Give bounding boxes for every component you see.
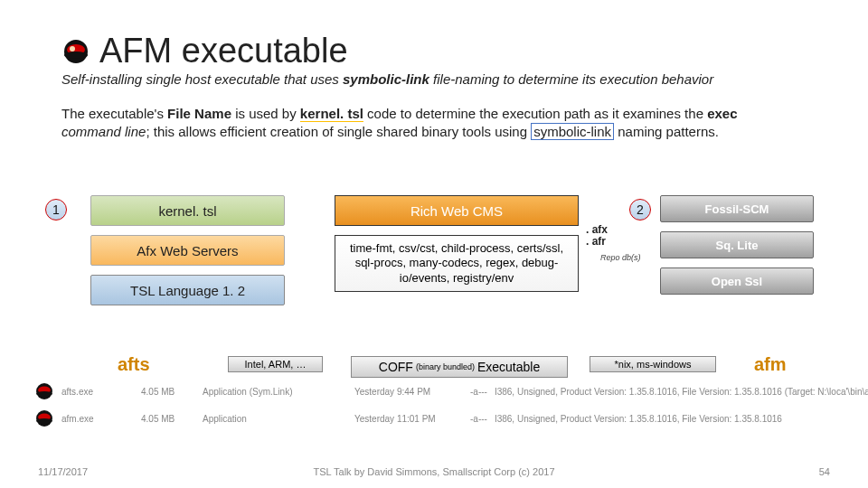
right-column: Fossil-SCM Sq. Lite Open Ssl bbox=[660, 195, 814, 304]
file-type: Application bbox=[203, 414, 347, 424]
title-row: AFM executable bbox=[0, 0, 868, 70]
badge-2: 2 bbox=[629, 199, 651, 221]
afx-afr-labels: . afx . afr bbox=[586, 224, 608, 247]
svg-point-9 bbox=[36, 418, 52, 424]
footer-date: 11/17/2017 bbox=[38, 466, 88, 477]
description: The executable's File Name is used by ke… bbox=[0, 89, 868, 142]
file-name: afts.exe bbox=[61, 387, 134, 397]
file-date: Yesterday 11:01 PM bbox=[354, 414, 463, 424]
fossil-scm-box: Fossil-SCM bbox=[660, 195, 814, 222]
nix-windows-box: *nix, ms-windows bbox=[590, 356, 716, 372]
svg-point-2 bbox=[64, 52, 88, 59]
intel-arm-box: Intel, ARM, … bbox=[228, 356, 323, 372]
red-hat-icon bbox=[34, 408, 54, 428]
svg-point-3 bbox=[70, 46, 75, 52]
afx-webservers-box: Afx Web Servers bbox=[90, 235, 285, 266]
red-hat-icon bbox=[61, 37, 90, 66]
page-title: AFM executable bbox=[99, 32, 348, 70]
file-attr: -a--- bbox=[470, 414, 487, 424]
file-size: 4.05 MB bbox=[141, 414, 195, 424]
subtitle-pre: Self-installing single host executable t… bbox=[61, 71, 343, 87]
footer: 11/17/2017 TSL Talk by David Simmons, Sm… bbox=[0, 466, 868, 477]
red-hat-icon bbox=[34, 381, 54, 401]
file-type: Application (Sym.Link) bbox=[203, 387, 347, 397]
subtitle-bold: symbolic-link bbox=[343, 71, 429, 87]
file-size: 4.05 MB bbox=[141, 387, 195, 397]
footer-attribution: TSL Talk by David Simmons, Smallscript C… bbox=[313, 466, 554, 477]
left-column: kernel. tsl Afx Web Servers TSL Language… bbox=[90, 195, 285, 314]
badge-1: 1 bbox=[45, 199, 67, 221]
file-detail: I386, Unsigned, Product Version: 1.35.8.… bbox=[495, 387, 868, 397]
openssl-box: Open Ssl bbox=[660, 267, 814, 295]
rich-web-cms-box: Rich Web CMS bbox=[335, 195, 579, 226]
subtitle: Self-installing single host executable t… bbox=[0, 70, 868, 89]
subtitle-post: file-naming to determine its execution b… bbox=[429, 71, 713, 87]
repo-db-label: Repo db(s) bbox=[600, 253, 641, 262]
file-row: afm.exe 4.05 MB Application Yesterday 11… bbox=[34, 408, 868, 428]
file-date: Yesterday 9:44 PM bbox=[354, 387, 463, 397]
kernel-tsl-box: kernel. tsl bbox=[90, 195, 285, 226]
sqlite-box: Sq. Lite bbox=[660, 231, 814, 258]
afm-label: afm bbox=[754, 354, 787, 375]
svg-point-6 bbox=[36, 391, 52, 397]
afts-label: afts bbox=[118, 354, 150, 375]
file-detail: I386, Unsigned, Product Version: 1.35.8.… bbox=[495, 414, 868, 424]
footer-page: 54 bbox=[819, 466, 830, 477]
tsl-language-box: TSL Language 1. 2 bbox=[90, 275, 285, 305]
file-row: afts.exe 4.05 MB Application (Sym.Link) … bbox=[34, 381, 868, 401]
features-box: time-fmt, csv/cst, child-process, certs/… bbox=[335, 235, 579, 292]
middle-column: Rich Web CMS time-fmt, csv/cst, child-pr… bbox=[335, 195, 579, 292]
file-attr: -a--- bbox=[470, 387, 487, 397]
file-listing: afts.exe 4.05 MB Application (Sym.Link) … bbox=[34, 381, 868, 428]
coff-executable-box: COFF (binary bundled) Executable bbox=[351, 356, 568, 378]
file-name: afm.exe bbox=[61, 414, 134, 424]
